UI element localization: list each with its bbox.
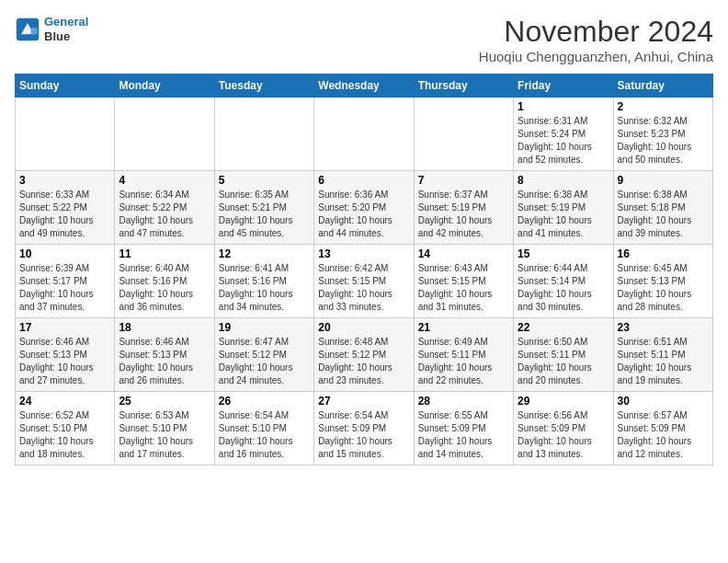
calendar-cell: 10Sunrise: 6:39 AMSunset: 5:17 PMDayligh…	[16, 245, 115, 318]
calendar-cell: 15Sunrise: 6:44 AMSunset: 5:14 PMDayligh…	[514, 245, 613, 318]
day-number: 12	[219, 247, 310, 260]
calendar-cell: 7Sunrise: 6:37 AMSunset: 5:19 PMDaylight…	[414, 171, 513, 245]
day-info: Sunrise: 6:48 AMSunset: 5:12 PMDaylight:…	[318, 336, 409, 387]
day-info: Sunrise: 6:57 AMSunset: 5:09 PMDaylight:…	[618, 409, 709, 461]
calendar-week-row: 24Sunrise: 6:52 AMSunset: 5:10 PMDayligh…	[16, 392, 713, 465]
day-info: Sunrise: 6:42 AMSunset: 5:15 PMDaylight:…	[318, 262, 409, 314]
calendar-header-row: SundayMondayTuesdayWednesdayThursdayFrid…	[16, 75, 713, 98]
calendar-cell: 22Sunrise: 6:50 AMSunset: 5:11 PMDayligh…	[514, 318, 613, 392]
day-number: 22	[518, 321, 609, 334]
logo-text: General Blue	[44, 15, 88, 43]
calendar-cell: 1Sunrise: 6:31 AMSunset: 5:24 PMDaylight…	[514, 98, 613, 171]
day-info: Sunrise: 6:51 AMSunset: 5:11 PMDaylight:…	[618, 336, 709, 387]
day-number: 23	[618, 321, 709, 334]
day-info: Sunrise: 6:56 AMSunset: 5:09 PMDaylight:…	[518, 409, 609, 461]
day-number: 27	[318, 395, 409, 408]
day-number: 18	[119, 321, 210, 334]
calendar-cell: 29Sunrise: 6:56 AMSunset: 5:09 PMDayligh…	[514, 392, 613, 465]
calendar-cell: 24Sunrise: 6:52 AMSunset: 5:10 PMDayligh…	[16, 392, 115, 465]
calendar-week-row: 3Sunrise: 6:33 AMSunset: 5:22 PMDaylight…	[16, 171, 713, 245]
day-info: Sunrise: 6:55 AMSunset: 5:09 PMDaylight:…	[418, 409, 509, 461]
title-block: November 2024 Huoqiu Chengguanzhen, Anhu…	[479, 15, 713, 64]
calendar-cell: 8Sunrise: 6:38 AMSunset: 5:19 PMDaylight…	[514, 171, 613, 245]
day-info: Sunrise: 6:36 AMSunset: 5:20 PMDaylight:…	[318, 189, 409, 240]
day-info: Sunrise: 6:49 AMSunset: 5:11 PMDaylight:…	[418, 336, 509, 387]
logo: General Blue	[15, 15, 88, 43]
day-number: 28	[418, 395, 509, 408]
day-info: Sunrise: 6:50 AMSunset: 5:11 PMDaylight:…	[518, 336, 609, 387]
weekday-header: Thursday	[414, 75, 513, 98]
calendar-cell	[16, 98, 115, 171]
calendar-cell: 4Sunrise: 6:34 AMSunset: 5:22 PMDaylight…	[115, 171, 214, 245]
calendar-cell: 5Sunrise: 6:35 AMSunset: 5:21 PMDaylight…	[214, 171, 313, 245]
day-number: 6	[318, 174, 409, 187]
day-number: 26	[219, 395, 310, 408]
calendar-cell	[214, 98, 313, 171]
calendar-cell: 25Sunrise: 6:53 AMSunset: 5:10 PMDayligh…	[115, 392, 214, 465]
day-number: 4	[119, 174, 210, 187]
calendar-cell: 27Sunrise: 6:54 AMSunset: 5:09 PMDayligh…	[314, 392, 414, 465]
day-info: Sunrise: 6:52 AMSunset: 5:10 PMDaylight:…	[19, 409, 110, 461]
weekday-header: Friday	[514, 75, 613, 98]
day-info: Sunrise: 6:53 AMSunset: 5:10 PMDaylight:…	[119, 409, 210, 461]
day-number: 13	[318, 247, 409, 260]
day-number: 24	[19, 395, 110, 408]
day-info: Sunrise: 6:34 AMSunset: 5:22 PMDaylight:…	[119, 189, 210, 240]
day-info: Sunrise: 6:41 AMSunset: 5:16 PMDaylight:…	[219, 262, 310, 314]
weekday-header: Monday	[115, 75, 214, 98]
day-info: Sunrise: 6:31 AMSunset: 5:24 PMDaylight:…	[518, 115, 609, 167]
calendar: SundayMondayTuesdayWednesdayThursdayFrid…	[15, 74, 713, 465]
day-number: 14	[418, 247, 509, 260]
calendar-cell: 28Sunrise: 6:55 AMSunset: 5:09 PMDayligh…	[414, 392, 513, 465]
svg-rect-2	[31, 28, 38, 34]
calendar-cell: 30Sunrise: 6:57 AMSunset: 5:09 PMDayligh…	[613, 392, 712, 465]
day-info: Sunrise: 6:44 AMSunset: 5:14 PMDaylight:…	[518, 262, 609, 314]
day-number: 10	[19, 247, 110, 260]
calendar-cell: 11Sunrise: 6:40 AMSunset: 5:16 PMDayligh…	[115, 245, 214, 318]
day-number: 16	[618, 247, 709, 260]
day-number: 17	[19, 321, 110, 334]
calendar-cell: 23Sunrise: 6:51 AMSunset: 5:11 PMDayligh…	[613, 318, 712, 392]
day-info: Sunrise: 6:38 AMSunset: 5:19 PMDaylight:…	[518, 189, 609, 240]
day-info: Sunrise: 6:32 AMSunset: 5:23 PMDaylight:…	[618, 115, 709, 167]
page-header: General Blue November 2024 Huoqiu Chengg…	[15, 15, 713, 64]
day-number: 11	[119, 247, 210, 260]
calendar-cell: 14Sunrise: 6:43 AMSunset: 5:15 PMDayligh…	[414, 245, 513, 318]
calendar-cell: 18Sunrise: 6:46 AMSunset: 5:13 PMDayligh…	[115, 318, 214, 392]
day-info: Sunrise: 6:33 AMSunset: 5:22 PMDaylight:…	[19, 189, 110, 240]
logo-icon	[15, 17, 40, 42]
calendar-week-row: 17Sunrise: 6:46 AMSunset: 5:13 PMDayligh…	[16, 318, 713, 392]
day-number: 25	[119, 395, 210, 408]
calendar-cell: 26Sunrise: 6:54 AMSunset: 5:10 PMDayligh…	[214, 392, 313, 465]
calendar-cell	[314, 98, 414, 171]
calendar-week-row: 1Sunrise: 6:31 AMSunset: 5:24 PMDaylight…	[16, 98, 713, 171]
calendar-cell: 21Sunrise: 6:49 AMSunset: 5:11 PMDayligh…	[414, 318, 513, 392]
day-info: Sunrise: 6:47 AMSunset: 5:12 PMDaylight:…	[219, 336, 310, 387]
day-info: Sunrise: 6:45 AMSunset: 5:13 PMDaylight:…	[618, 262, 709, 314]
calendar-cell	[414, 98, 513, 171]
day-number: 30	[618, 395, 709, 408]
calendar-cell: 13Sunrise: 6:42 AMSunset: 5:15 PMDayligh…	[314, 245, 414, 318]
day-info: Sunrise: 6:39 AMSunset: 5:17 PMDaylight:…	[19, 262, 110, 314]
weekday-header: Saturday	[613, 75, 712, 98]
weekday-header: Sunday	[16, 75, 115, 98]
day-info: Sunrise: 6:54 AMSunset: 5:10 PMDaylight:…	[219, 409, 310, 461]
calendar-week-row: 10Sunrise: 6:39 AMSunset: 5:17 PMDayligh…	[16, 245, 713, 318]
calendar-cell: 12Sunrise: 6:41 AMSunset: 5:16 PMDayligh…	[214, 245, 313, 318]
day-number: 5	[219, 174, 310, 187]
day-number: 7	[418, 174, 509, 187]
weekday-header: Wednesday	[314, 75, 414, 98]
day-info: Sunrise: 6:35 AMSunset: 5:21 PMDaylight:…	[219, 189, 310, 240]
calendar-cell: 20Sunrise: 6:48 AMSunset: 5:12 PMDayligh…	[314, 318, 414, 392]
day-number: 29	[518, 395, 609, 408]
calendar-cell: 3Sunrise: 6:33 AMSunset: 5:22 PMDaylight…	[16, 171, 115, 245]
day-info: Sunrise: 6:40 AMSunset: 5:16 PMDaylight:…	[119, 262, 210, 314]
month-title: November 2024	[479, 15, 713, 49]
day-info: Sunrise: 6:46 AMSunset: 5:13 PMDaylight:…	[19, 336, 110, 387]
day-number: 2	[618, 100, 709, 113]
day-number: 3	[19, 174, 110, 187]
day-number: 19	[219, 321, 310, 334]
calendar-cell: 16Sunrise: 6:45 AMSunset: 5:13 PMDayligh…	[613, 245, 712, 318]
day-info: Sunrise: 6:46 AMSunset: 5:13 PMDaylight:…	[119, 336, 210, 387]
weekday-header: Tuesday	[214, 75, 313, 98]
